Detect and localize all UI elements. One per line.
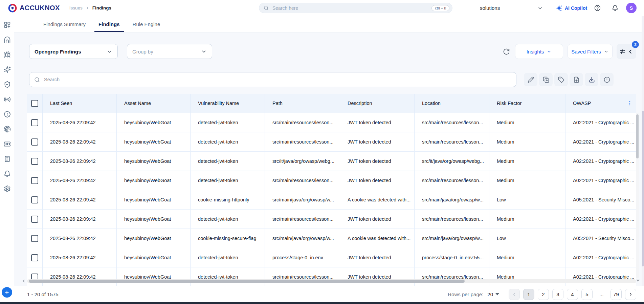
action-tag-icon[interactable] (554, 73, 568, 86)
rows-per-page-value: 20 (487, 291, 493, 297)
page-button-1[interactable]: 1 (523, 289, 534, 300)
org-selector[interactable]: solutions (480, 0, 543, 16)
cell-asset-name: heysubinoy/WebGoat (117, 229, 191, 248)
row-checkbox[interactable] (31, 235, 38, 242)
action-copy-plus-icon[interactable] (539, 73, 553, 86)
rows-per-page-select[interactable]: 20 (487, 291, 499, 297)
cell-last-seen: 2025-08-26 22:09:42 (43, 248, 117, 267)
sidebar-bug-icon[interactable] (0, 47, 14, 62)
group-by-select[interactable]: Group by (127, 44, 212, 59)
chevron-down-icon (201, 49, 207, 55)
search-icon (34, 77, 40, 83)
pagination-bar: 1 - 20 of 1575 Rows per page: 20 12345..… (14, 286, 644, 302)
sidebar-notebook-icon[interactable] (0, 151, 14, 166)
sidebar-ticket-icon[interactable] (0, 136, 14, 151)
cell-last-seen: 2025-08-26 22:09:42 (43, 113, 117, 132)
global-search[interactable]: ctrl + k (259, 3, 452, 13)
table-search-input[interactable] (43, 77, 511, 83)
vscroll-down-arrow-icon[interactable] (636, 280, 640, 282)
insights-dropdown[interactable]: Insights (515, 44, 563, 59)
tab-findings-summary[interactable]: Findings Summary (39, 16, 90, 32)
global-search-input[interactable] (272, 5, 431, 11)
refresh-icon (503, 48, 510, 55)
sidebar-bell-icon[interactable] (0, 166, 14, 181)
row-checkbox[interactable] (31, 158, 38, 165)
sidebar-signal-icon[interactable] (0, 92, 14, 107)
horizontal-scrollbar[interactable] (27, 279, 636, 283)
vertical-scrollbar[interactable] (636, 113, 639, 278)
table-row[interactable]: 2025-08-26 22:09:42heysubinoy/WebGoatdet… (27, 113, 636, 132)
sidebar-settings-icon[interactable] (0, 181, 14, 196)
action-alert-circle-icon[interactable] (600, 73, 614, 86)
sidebar-ai-sparkles-icon[interactable] (0, 62, 14, 77)
add-button[interactable] (2, 287, 12, 298)
table-search[interactable] (29, 72, 516, 87)
table-row[interactable]: 2025-08-26 22:09:42heysubinoy/WebGoatdet… (27, 267, 636, 286)
sidebar-shield-check-icon[interactable] (0, 77, 14, 92)
ai-copilot-button[interactable]: AI Copilot (556, 0, 587, 16)
vertical-scrollbar-thumb[interactable] (636, 114, 639, 158)
filter-panel-toggle[interactable]: 2 (617, 44, 636, 59)
row-checkbox[interactable] (31, 138, 38, 146)
page-button-5[interactable]: 5 (581, 289, 593, 300)
active-filters-badge: 2 (632, 41, 639, 48)
horizontal-scrollbar-thumb[interactable] (29, 280, 465, 283)
hscroll-left-arrow-icon[interactable] (22, 279, 24, 283)
sidebar-badge-alert-icon[interactable] (0, 107, 14, 122)
select-all-checkbox[interactable] (31, 100, 38, 107)
cell-last-seen: 2025-08-26 22:09:42 (43, 171, 117, 190)
cell-owasp: A02:2021 - Cryptographic ... (565, 248, 636, 267)
page-button-3[interactable]: 3 (552, 289, 563, 300)
cell-asset-name: heysubinoy/WebGoat (117, 171, 191, 190)
sidebar-fingerprint-icon[interactable] (0, 122, 14, 136)
action-download-icon[interactable] (585, 73, 598, 86)
column-menu-button[interactable] (627, 100, 633, 106)
cell-last-seen: 2025-08-26 22:09:42 (43, 132, 117, 151)
next-page-button[interactable] (625, 289, 636, 300)
tab-findings[interactable]: Findings (94, 16, 124, 32)
row-checkbox[interactable] (31, 216, 38, 223)
notifications-button[interactable] (612, 0, 618, 16)
tabs-bar: Findings Summary Findings Rule Engine (14, 16, 644, 32)
sidebar-dashboard-icon[interactable] (0, 17, 14, 32)
cell-description: JWT token detected (340, 152, 415, 171)
cell-description: JWT token detected (340, 267, 415, 286)
table-row[interactable]: 2025-08-26 22:09:42heysubinoy/WebGoatdet… (27, 132, 636, 152)
window-scrollbar[interactable] (642, 16, 644, 286)
saved-filters-dropdown[interactable]: Saved Filters (568, 44, 613, 59)
row-checkbox[interactable] (31, 119, 38, 126)
sparkle-icon (556, 5, 562, 12)
action-edit-icon[interactable] (524, 73, 537, 86)
cell-asset-name: heysubinoy/WebGoat (117, 132, 191, 151)
row-checkbox[interactable] (31, 254, 38, 261)
table-row[interactable]: 2025-08-26 22:09:42heysubinoy/WebGoatdet… (27, 152, 636, 171)
page-button-2[interactable]: 2 (538, 289, 549, 300)
sidebar-home-icon[interactable] (0, 32, 14, 47)
avatar[interactable]: S (626, 3, 637, 13)
cell-location: src/main/java/org/owasp/w... (415, 190, 489, 209)
accuknox-logo[interactable]: ACCUKNOX (8, 4, 60, 13)
action-file-plus-icon[interactable] (570, 73, 583, 86)
page-button-4[interactable]: 4 (567, 289, 578, 300)
breadcrumb-current: Findings (92, 5, 111, 10)
table-row[interactable]: 2025-08-26 22:09:42heysubinoy/WebGoatdet… (27, 248, 636, 267)
findings-type-select[interactable]: Opengrep Findings (29, 44, 118, 59)
table-row[interactable]: 2025-08-26 22:09:42heysubinoy/WebGoatcoo… (27, 229, 636, 248)
table-row[interactable]: 2025-08-26 22:09:42heysubinoy/WebGoatdet… (27, 171, 636, 190)
prev-page-button[interactable] (509, 289, 520, 300)
filter-bar: Opengrep Findings Group by Insights Save… (29, 44, 636, 59)
cell-vulnerability-name: detected-jwt-token (191, 248, 265, 267)
cell-path: src/main/java/org/owasp/w... (265, 190, 340, 209)
breadcrumb-issues-link[interactable]: Issues (69, 5, 83, 10)
window-scrollbar-thumb[interactable] (642, 111, 644, 266)
cell-description: A cookie was detected with... (340, 229, 415, 248)
row-checkbox[interactable] (31, 196, 38, 203)
table-row[interactable]: 2025-08-26 22:09:42heysubinoy/WebGoatcoo… (27, 190, 636, 210)
page-button-79[interactable]: 79 (610, 289, 622, 300)
table-row[interactable]: 2025-08-26 22:09:42heysubinoy/WebGoatdet… (27, 210, 636, 229)
findings-type-value: Opengrep Findings (35, 49, 81, 55)
help-button[interactable] (594, 0, 601, 16)
row-checkbox[interactable] (31, 177, 38, 184)
tab-rule-engine[interactable]: Rule Engine (129, 16, 164, 32)
refresh-button[interactable] (502, 47, 510, 56)
